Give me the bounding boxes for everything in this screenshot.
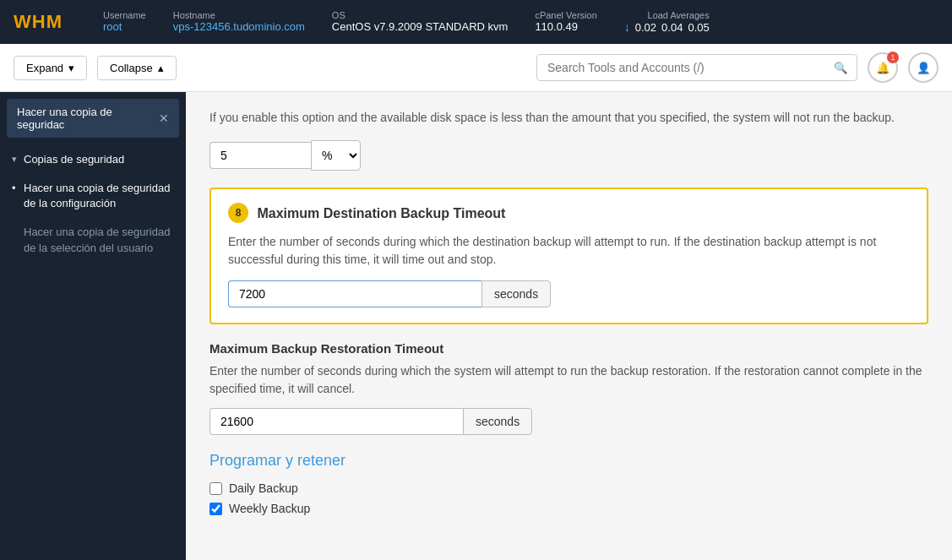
info-text: If you enable this option and the availa…: [209, 109, 928, 127]
header-os: OS CentOS v7.9.2009 STANDARD kvm: [332, 10, 509, 34]
hostname-label: Hostname: [173, 10, 305, 20]
bell-icon: 🔔: [876, 62, 890, 74]
pct-select[interactable]: % MB GB: [311, 140, 361, 171]
cpanel-version-value: 110.0.49: [535, 20, 596, 33]
load-averages-label: Load Averages: [648, 10, 710, 20]
weekly-backup-label: Weekly Backup: [229, 502, 310, 515]
username-value: root: [103, 20, 146, 33]
restore-input-row: seconds: [209, 408, 928, 435]
content-area: If you enable this option and the availa…: [186, 92, 952, 560]
header-info: Username root Hostname vps-123456.tudomi…: [103, 10, 938, 34]
user-button[interactable]: 👤: [908, 52, 938, 83]
notification-button[interactable]: 🔔 1: [868, 52, 898, 83]
max-dest-desc: Enter the number of seconds during which…: [228, 233, 910, 269]
sidebar-item-config-backup[interactable]: Hacer una copia de seguridad de la confi…: [0, 174, 186, 218]
sidebar-section-header[interactable]: ▾ Copias de seguridad: [0, 144, 186, 174]
toolbar-row: Expand ▾ Collapse ▴ 🔍 🔔 1 👤: [0, 44, 952, 92]
max-dest-title: 8 Maximum Destination Backup Timeout: [228, 204, 910, 225]
sidebar-section-copias: ▾ Copias de seguridad Hacer una copia de…: [0, 144, 186, 263]
sidebar-search-close[interactable]: ✕: [159, 111, 169, 125]
down-arrow-icon: ↓: [624, 20, 630, 34]
seconds-label: seconds: [481, 280, 551, 307]
load-averages: Load Averages ↓ 0.02 0.04 0.05: [624, 10, 710, 34]
expand-label: Expand: [26, 62, 63, 74]
sidebar-section-label: Copias de seguridad: [24, 153, 124, 166]
restore-seconds-label: seconds: [463, 408, 532, 435]
daily-backup-row: Daily Backup: [209, 481, 928, 495]
header-hostname: Hostname vps-123456.tudominio.com: [173, 10, 305, 34]
expand-button[interactable]: Expand ▾: [14, 56, 87, 80]
collapse-button[interactable]: Collapse ▴: [97, 56, 177, 80]
chevron-down-icon: ▾: [12, 154, 17, 165]
max-dest-title-text: Maximum Destination Backup Timeout: [257, 206, 505, 220]
daily-backup-checkbox[interactable]: [209, 482, 222, 495]
schedule-section: Programar y retener Daily Backup Weekly …: [209, 452, 928, 515]
os-label: OS: [332, 10, 509, 20]
search-bar: 🔍: [536, 54, 857, 81]
notification-badge: 1: [887, 52, 899, 63]
pct-row: % MB GB: [209, 140, 928, 171]
step-badge: 8: [228, 203, 248, 223]
whm-logo-text: WHM: [14, 11, 63, 32]
expand-icon: ▾: [68, 62, 74, 74]
weekly-backup-checkbox[interactable]: [209, 503, 222, 515]
timeout-input[interactable]: [228, 280, 481, 307]
cpanel-version-label: cPanel Version: [535, 10, 596, 20]
sidebar-search-label: Hacer una copia de seguridac: [17, 106, 159, 131]
collapse-icon: ▴: [158, 62, 164, 74]
top-header: WHM Username root Hostname vps-123456.tu…: [0, 0, 952, 44]
sidebar-item-config-backup-label: Hacer una copia de seguridad de la confi…: [24, 182, 170, 209]
pct-input[interactable]: [209, 142, 311, 169]
load-values: ↓ 0.02 0.04 0.05: [624, 20, 710, 34]
sidebar-item-user-backup[interactable]: Hacer una copia de seguridad de la selec…: [0, 218, 186, 262]
daily-backup-label: Daily Backup: [229, 481, 298, 495]
weekly-backup-row: Weekly Backup: [209, 502, 928, 515]
main-layout: Hacer una copia de seguridac ✕ ▾ Copias …: [0, 92, 952, 560]
username-label: Username: [103, 10, 146, 20]
restore-timeout-input[interactable]: [209, 408, 463, 435]
max-restore-section: Maximum Backup Restoration Timeout Enter…: [209, 341, 928, 435]
whm-logo: WHM: [14, 11, 63, 33]
schedule-title: Programar y retener: [209, 452, 928, 470]
timeout-input-row: seconds: [228, 280, 910, 307]
load-val3: 0.05: [688, 21, 709, 34]
sidebar-item-user-backup-label: Hacer una copia de seguridad de la selec…: [24, 226, 170, 253]
max-dest-section: 8 Maximum Destination Backup Timeout Ent…: [209, 188, 928, 324]
max-restore-desc: Enter the number of seconds during which…: [209, 362, 928, 398]
search-icon: 🔍: [834, 62, 848, 74]
user-icon: 👤: [917, 62, 931, 74]
load-val2: 0.04: [661, 21, 683, 34]
hostname-value: vps-123456.tudominio.com: [173, 20, 305, 33]
sidebar: Hacer una copia de seguridac ✕ ▾ Copias …: [0, 92, 186, 560]
header-username: Username root: [103, 10, 146, 34]
os-value: CentOS v7.9.2009 STANDARD kvm: [332, 20, 509, 33]
header-cpanel-version: cPanel Version 110.0.49: [535, 10, 596, 34]
sidebar-search-item: Hacer una copia de seguridac ✕: [7, 99, 179, 138]
collapse-label: Collapse: [110, 62, 153, 74]
search-button[interactable]: 🔍: [825, 57, 857, 79]
max-restore-title: Maximum Backup Restoration Timeout: [209, 341, 928, 356]
search-input[interactable]: [537, 55, 825, 80]
load-val1: 0.02: [635, 21, 656, 34]
